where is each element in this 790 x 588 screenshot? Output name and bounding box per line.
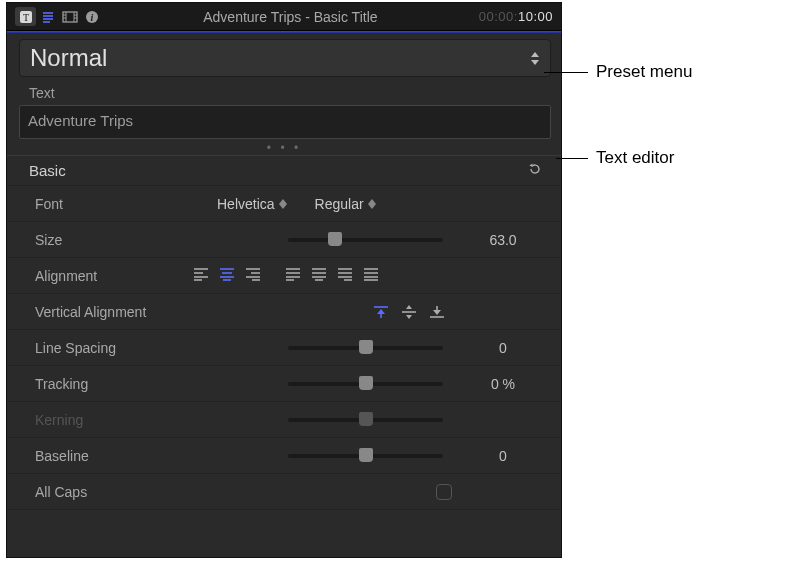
allcaps-label: All Caps [35, 484, 175, 500]
tracking-slider[interactable] [288, 382, 443, 386]
baseline-slider[interactable] [288, 454, 443, 458]
svg-marker-16 [531, 60, 539, 65]
size-label: Size [35, 232, 175, 248]
tracking-value[interactable]: 0 % [463, 376, 543, 392]
info-tab-icon[interactable]: i [81, 7, 102, 26]
reset-icon[interactable] [527, 161, 543, 180]
baseline-value[interactable]: 0 [463, 448, 543, 464]
svg-text:i: i [90, 12, 93, 23]
baseline-label: Baseline [35, 448, 175, 464]
svg-marker-57 [433, 310, 441, 315]
kerning-slider [288, 418, 443, 422]
preset-value: Normal [30, 44, 107, 72]
video-tab-icon[interactable] [59, 7, 80, 26]
svg-marker-15 [531, 52, 539, 57]
svg-text:T: T [22, 12, 28, 23]
line-spacing-slider[interactable] [288, 346, 443, 350]
text-value: Adventure Trips [28, 112, 133, 129]
justify-full-icon[interactable] [363, 267, 383, 285]
svg-marker-17 [529, 164, 532, 168]
justify-center-icon[interactable] [311, 267, 331, 285]
chevron-updown-icon [279, 199, 287, 209]
svg-marker-54 [406, 305, 412, 309]
svg-marker-55 [406, 315, 412, 319]
svg-marker-19 [279, 204, 287, 209]
align-center-icon[interactable] [219, 267, 239, 285]
alignment-label: Alignment [35, 268, 175, 284]
svg-marker-51 [377, 309, 385, 314]
line-spacing-value[interactable]: 0 [463, 340, 543, 356]
valign-top-icon[interactable] [370, 303, 392, 321]
chevron-updown-icon [368, 199, 376, 209]
tracking-label: Tracking [35, 376, 175, 392]
timecode: 00:00:10:00 [479, 9, 553, 24]
valign-middle-icon[interactable] [398, 303, 420, 321]
text-editor[interactable]: Adventure Trips [19, 105, 551, 139]
svg-rect-6 [63, 12, 77, 22]
panel-title: Adventure Trips - Basic Title [102, 9, 479, 25]
valign-bottom-icon[interactable] [426, 303, 448, 321]
paragraph-tab-icon[interactable] [37, 7, 58, 26]
align-right-icon[interactable] [245, 267, 265, 285]
text-section-label: Text [29, 85, 561, 101]
size-value[interactable]: 63.0 [463, 232, 543, 248]
valign-label: Vertical Alignment [35, 304, 175, 320]
kerning-label: Kerning [35, 412, 175, 428]
justify-left-icon[interactable] [285, 267, 305, 285]
drag-handle-icon[interactable]: • • • [7, 141, 561, 155]
font-label: Font [35, 196, 175, 212]
chevron-updown-icon [530, 52, 540, 65]
size-slider[interactable] [288, 238, 443, 242]
text-tab-icon[interactable]: T [15, 7, 36, 26]
font-weight-select[interactable]: Regular [315, 196, 376, 212]
line-spacing-label: Line Spacing [35, 340, 175, 356]
justify-right-icon[interactable] [337, 267, 357, 285]
preset-menu[interactable]: Normal [19, 39, 551, 77]
allcaps-checkbox[interactable] [436, 484, 452, 500]
align-left-icon[interactable] [193, 267, 213, 285]
font-family-select[interactable]: Helvetica [217, 196, 287, 212]
section-title-basic: Basic [29, 162, 66, 179]
svg-marker-21 [368, 204, 376, 209]
